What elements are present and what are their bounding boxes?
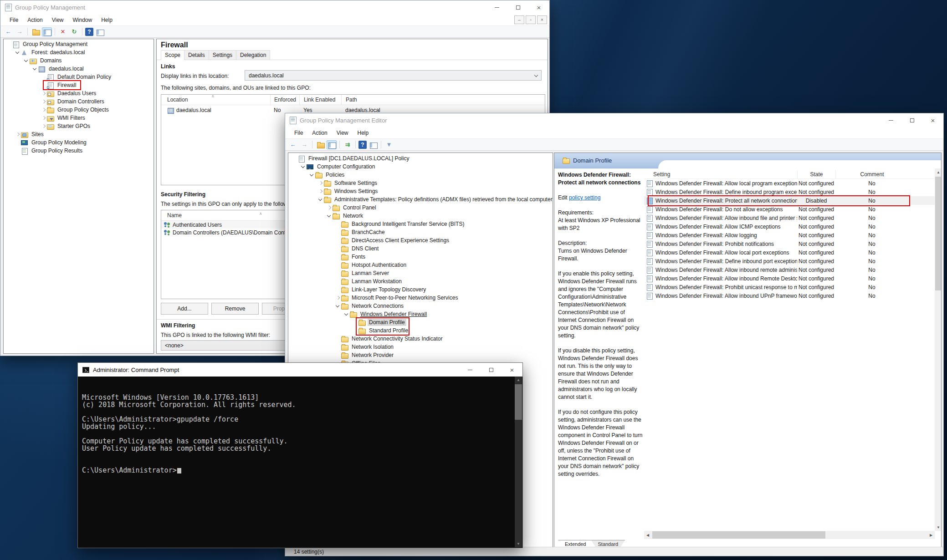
- tree-item-standard-profile[interactable]: Standard Profile: [288, 326, 553, 335]
- menu-file[interactable]: File: [5, 15, 23, 25]
- up-icon[interactable]: [315, 140, 325, 149]
- tree-item-lanman-server[interactable]: Lanman Server: [288, 269, 553, 277]
- up-icon[interactable]: [31, 27, 41, 36]
- tree-item-background-intelligent-transfer-service-bi[interactable]: Background Intelligent Transfer Service …: [288, 220, 553, 228]
- tree-item-software-settings[interactable]: Software Settings: [288, 179, 553, 187]
- vertical-scrollbar[interactable]: ▲ ▼: [935, 168, 942, 531]
- chevron-collapsed-icon[interactable]: [41, 107, 47, 113]
- help-icon[interactable]: ?: [85, 28, 93, 36]
- tab-scope[interactable]: Scope: [161, 50, 184, 60]
- tree-item-domains[interactable]: Domains: [4, 56, 154, 65]
- setting-row-windows-defender-firewall-allow-inbound-re[interactable]: Windows Defender Firewall: Allow inbound…: [644, 265, 935, 274]
- tree-item-hotspot-authentication[interactable]: Hotspot Authentication: [288, 261, 553, 269]
- tree-item-windows-defender-firewall[interactable]: Windows Defender Firewall: [288, 310, 553, 318]
- chevron-expanded-icon[interactable]: [15, 50, 21, 56]
- policy-setting-link[interactable]: policy setting: [569, 194, 600, 201]
- tree-item-lanman-workstation[interactable]: Lanman Workstation: [288, 277, 553, 285]
- chevron-collapsed-icon[interactable]: [41, 91, 47, 97]
- tree-item-network-connections[interactable]: Network Connections: [288, 302, 553, 310]
- refresh-icon[interactable]: ↻: [69, 27, 79, 36]
- setting-row-windows-defender-firewall-allow-icmp-excep[interactable]: Windows Defender Firewall: Allow ICMP ex…: [644, 222, 935, 231]
- column-enforced[interactable]: Enforced: [270, 95, 299, 105]
- chevron-collapsed-icon[interactable]: [41, 123, 47, 129]
- setting-row-windows-defender-firewall-prohibit-notific[interactable]: Windows Defender Firewall: Prohibit noti…: [644, 239, 935, 248]
- menu-action[interactable]: Action: [23, 15, 47, 25]
- tree-item-default-domain-policy[interactable]: Default Domain Policy: [4, 73, 154, 81]
- chevron-expanded-icon[interactable]: [327, 213, 333, 219]
- window-icon[interactable]: [95, 27, 105, 36]
- tree-item-firewall-dc1-daedalus-local-policy[interactable]: Firewall [DC1.DAEDALUS.LOCAL] Policy: [288, 154, 553, 163]
- mdi-close-button[interactable]: ×: [537, 15, 547, 24]
- chevron-collapsed-icon[interactable]: [318, 180, 324, 186]
- setting-row-windows-defender-firewall-allow-inbound-fi[interactable]: Windows Defender Firewall: Allow inbound…: [644, 214, 935, 222]
- tab-delegation[interactable]: Delegation: [236, 50, 270, 60]
- chevron-expanded-icon[interactable]: [301, 164, 307, 170]
- scroll-down-icon[interactable]: ▼: [515, 540, 522, 547]
- scroll-down-icon[interactable]: ▼: [935, 524, 942, 531]
- tree-item-link-layer-topology-discovery[interactable]: Link-Layer Topology Discovery: [288, 285, 553, 294]
- scrollbar-thumb[interactable]: [515, 384, 522, 420]
- tree-item-forest-daedalus-local[interactable]: Forest: daedalus.local: [4, 48, 154, 56]
- console-scrollbar[interactable]: ▲ ▼: [515, 377, 522, 547]
- scrollbar-thumb[interactable]: [652, 531, 825, 539]
- column-state[interactable]: State: [797, 170, 835, 178]
- menu-view[interactable]: View: [332, 128, 353, 138]
- setting-row-windows-defender-firewall-prohibit-unicast[interactable]: Windows Defender Firewall: Prohibit unic…: [644, 283, 935, 291]
- chevron-expanded-icon[interactable]: [344, 311, 350, 317]
- tree-item-fonts[interactable]: Fonts: [288, 253, 553, 261]
- remove-button[interactable]: Remove: [211, 303, 259, 315]
- export-icon[interactable]: ⇉: [343, 140, 353, 149]
- column-link-enabled[interactable]: Link Enabled: [299, 95, 341, 105]
- chevron-collapsed-icon[interactable]: [41, 115, 47, 121]
- tree-item-sites[interactable]: Sites: [4, 130, 154, 138]
- maximize-button[interactable]: [507, 0, 528, 14]
- tree-item-windows-settings[interactable]: Windows Settings: [288, 187, 553, 195]
- chevron-expanded-icon[interactable]: [32, 66, 38, 72]
- tree-item-network-provider[interactable]: Network Provider: [288, 351, 553, 359]
- tree-item-dns-client[interactable]: DNS Client: [288, 244, 553, 253]
- mdi-restore-button[interactable]: ▫: [526, 15, 536, 24]
- gpme-titlebar[interactable]: Group Policy Management Editor ×: [285, 113, 943, 127]
- menu-file[interactable]: File: [290, 128, 307, 138]
- chevron-collapsed-icon[interactable]: [327, 205, 333, 211]
- chevron-collapsed-icon[interactable]: [335, 295, 341, 301]
- tree-icon[interactable]: [327, 140, 337, 149]
- tree-item-group-policy-results[interactable]: Group Policy Results: [4, 147, 154, 155]
- setting-row-windows-defender-firewall-define-inbound-p[interactable]: Windows Defender Firewall: Define inboun…: [644, 188, 935, 196]
- tree-item-group-policy-management[interactable]: Group Policy Management: [4, 40, 154, 48]
- forward-icon[interactable]: →: [299, 140, 309, 149]
- mdi-minimize-button[interactable]: –: [514, 15, 524, 24]
- tree-item-daedalus-users[interactable]: Daedalus Users: [4, 89, 154, 97]
- column-setting[interactable]: Setting: [644, 170, 797, 178]
- tree-item-network[interactable]: Network: [288, 212, 553, 220]
- tree-item-domain-profile[interactable]: Domain Profile: [288, 318, 553, 326]
- forward-icon[interactable]: →: [15, 27, 25, 36]
- menu-help[interactable]: Help: [353, 128, 374, 138]
- close-button[interactable]: ×: [502, 363, 522, 377]
- setting-row-windows-defender-firewall-do-not-allow-exc[interactable]: Windows Defender Firewall: Do not allow …: [644, 205, 935, 214]
- chevron-expanded-icon[interactable]: [335, 303, 341, 309]
- chevron-collapsed-icon[interactable]: [318, 188, 324, 194]
- menu-view[interactable]: View: [47, 15, 68, 25]
- gpm-titlebar[interactable]: Group Policy Management ×: [0, 0, 549, 14]
- menu-window[interactable]: Window: [68, 15, 97, 25]
- minimize-button[interactable]: [486, 0, 507, 14]
- chevron-collapsed-icon[interactable]: [41, 99, 47, 105]
- chevron-expanded-icon[interactable]: [24, 58, 30, 64]
- maximize-button[interactable]: [901, 113, 922, 127]
- chevron-expanded-icon[interactable]: [318, 197, 324, 203]
- setting-row-windows-defender-firewall-allow-inbound-re[interactable]: Windows Defender Firewall: Allow inbound…: [644, 274, 935, 283]
- back-icon[interactable]: ←: [288, 140, 298, 149]
- minimize-button[interactable]: [460, 363, 481, 377]
- scroll-up-icon[interactable]: ▲: [515, 377, 522, 383]
- cmd-titlebar[interactable]: Administrator: Command Prompt ×: [78, 363, 522, 377]
- scroll-left-icon[interactable]: ◀: [644, 531, 651, 539]
- tree-item-group-policy-modeling[interactable]: Group Policy Modeling: [4, 138, 154, 147]
- scrollbar-thumb[interactable]: [935, 177, 942, 290]
- back-icon[interactable]: ←: [3, 27, 13, 36]
- tree-item-network-connectivity-status-indicator[interactable]: Network Connectivity Status Indicator: [288, 335, 553, 343]
- chevron-expanded-icon[interactable]: [309, 172, 315, 178]
- menu-help[interactable]: Help: [97, 15, 117, 25]
- tree-item-daedalus-local[interactable]: daedalus.local: [4, 65, 154, 73]
- tree-item-starter-gpos[interactable]: Starter GPOs: [4, 122, 154, 130]
